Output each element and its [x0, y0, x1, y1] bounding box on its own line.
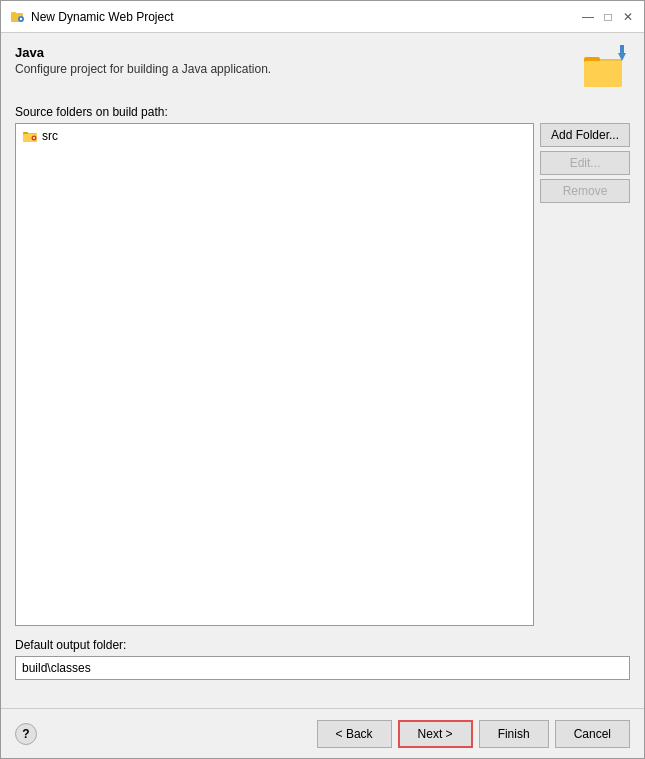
back-button[interactable]: < Back	[317, 720, 392, 748]
output-input[interactable]	[15, 656, 630, 680]
header-icon	[582, 45, 630, 93]
window-icon	[9, 9, 25, 25]
help-button[interactable]: ?	[15, 723, 37, 745]
svg-rect-2	[11, 12, 16, 15]
window-controls: — □ ✕	[580, 9, 636, 25]
folder-icon	[22, 128, 38, 144]
title-bar: New Dynamic Web Project — □ ✕	[1, 1, 644, 33]
close-button[interactable]: ✕	[620, 9, 636, 25]
maximize-button[interactable]: □	[600, 9, 616, 25]
output-section: Default output folder:	[15, 638, 630, 680]
source-folders-label: Source folders on build path:	[15, 105, 630, 119]
remove-button[interactable]: Remove	[540, 179, 630, 203]
finish-button[interactable]: Finish	[479, 720, 549, 748]
side-buttons: Add Folder... Edit... Remove	[540, 123, 630, 626]
dialog-content: Java Configure project for building a Ja…	[1, 33, 644, 708]
window: New Dynamic Web Project — □ ✕ Java Confi…	[0, 0, 645, 759]
nav-buttons: < Back Next > Finish Cancel	[317, 720, 630, 748]
add-folder-button[interactable]: Add Folder...	[540, 123, 630, 147]
svg-rect-10	[620, 45, 624, 55]
cancel-button[interactable]: Cancel	[555, 720, 630, 748]
svg-rect-16	[34, 137, 35, 139]
list-item-label: src	[42, 129, 58, 143]
main-area: src Add Folder... Edit... Remove	[15, 123, 630, 626]
output-label: Default output folder:	[15, 638, 630, 652]
minimize-button[interactable]: —	[580, 9, 596, 25]
header-text: Java Configure project for building a Ja…	[15, 45, 572, 76]
header-title: Java	[15, 45, 572, 60]
header-description: Configure project for building a Java ap…	[15, 62, 572, 76]
list-item[interactable]: src	[18, 126, 531, 146]
edit-button[interactable]: Edit...	[540, 151, 630, 175]
next-button[interactable]: Next >	[398, 720, 473, 748]
svg-rect-8	[584, 61, 622, 87]
window-title: New Dynamic Web Project	[31, 10, 580, 24]
header-section: Java Configure project for building a Ja…	[15, 45, 630, 93]
source-folders-list[interactable]: src	[15, 123, 534, 626]
bottom-bar: ? < Back Next > Finish Cancel	[1, 708, 644, 758]
